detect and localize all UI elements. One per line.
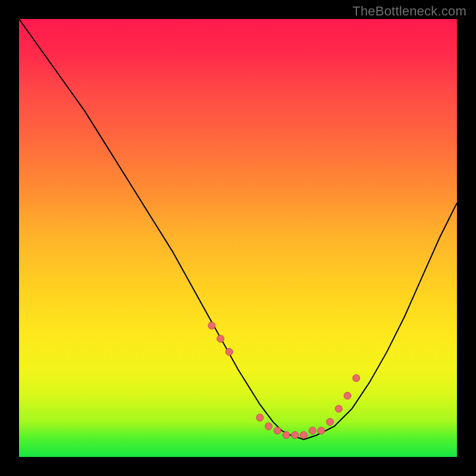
marker-dot bbox=[283, 431, 290, 439]
marker-layer bbox=[208, 322, 360, 439]
marker-dot bbox=[309, 427, 316, 434]
marker-dot bbox=[292, 431, 299, 439]
marker-dot bbox=[327, 418, 334, 425]
marker-dot bbox=[265, 423, 273, 430]
marker-dot bbox=[344, 392, 351, 399]
bottleneck-curve bbox=[19, 19, 457, 440]
marker-dot bbox=[217, 335, 224, 342]
marker-dot bbox=[335, 405, 342, 412]
marker-dot bbox=[318, 427, 325, 434]
marker-dot bbox=[300, 431, 307, 439]
chart-overlay bbox=[19, 19, 457, 457]
marker-dot bbox=[256, 414, 264, 421]
marker-dot bbox=[226, 348, 233, 355]
marker-dot bbox=[208, 322, 215, 329]
marker-dot bbox=[353, 375, 360, 382]
marker-dot bbox=[274, 427, 281, 434]
watermark-text: TheBottleneck.com bbox=[352, 4, 466, 19]
chart-stage: TheBottleneck.com bbox=[0, 0, 476, 476]
